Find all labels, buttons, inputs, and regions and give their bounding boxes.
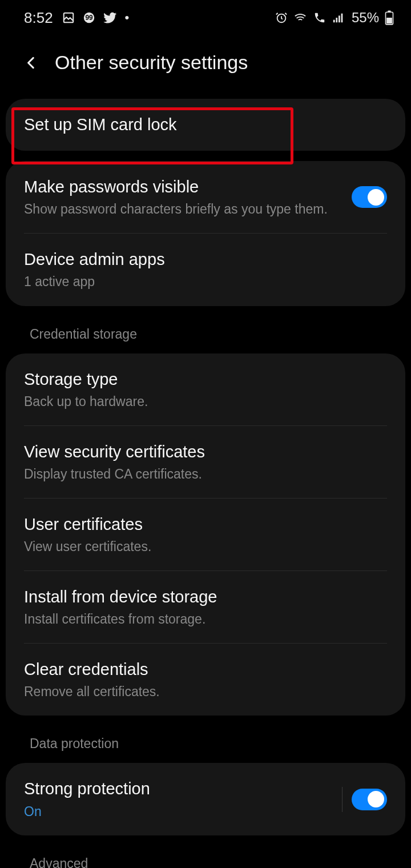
wifi-icon (293, 11, 307, 24)
row-title: Set up SIM card lock (24, 114, 387, 136)
status-time: 8:52 (24, 9, 53, 27)
row-subtitle: Install certificates from storage. (24, 610, 387, 628)
row-storage-type[interactable]: Storage type Back up to hardware. (6, 353, 405, 425)
row-subtitle: 1 active app (24, 273, 387, 291)
row-subtitle: On (24, 803, 333, 821)
card-passwords-admin: Make passwords visible Show password cha… (6, 161, 405, 306)
svg-rect-4 (333, 20, 335, 23)
row-clear-credentials[interactable]: Clear credentials Remove all certificate… (6, 644, 405, 716)
battery-icon (385, 10, 394, 25)
toggle-strong-protection[interactable] (352, 789, 387, 810)
row-title: Strong protection (24, 778, 333, 800)
alarm-icon (275, 11, 288, 24)
row-subtitle: Remove all certificates. (24, 683, 387, 701)
row-user-certificates[interactable]: User certificates View user certificates… (6, 499, 405, 570)
row-view-security-certificates[interactable]: View security certificates Display trust… (6, 426, 405, 498)
row-sim-card-lock[interactable]: Set up SIM card lock (6, 99, 405, 151)
row-title: Device admin apps (24, 248, 387, 271)
section-header-data-protection: Data protection (6, 726, 405, 763)
row-make-passwords-visible[interactable]: Make passwords visible Show password cha… (6, 161, 405, 233)
divider-vertical (342, 787, 342, 812)
twitter-icon (103, 11, 117, 25)
svg-rect-6 (339, 15, 340, 22)
page-header: Other security settings (0, 35, 411, 85)
row-subtitle: Back up to hardware. (24, 393, 387, 411)
page-title: Other security settings (55, 51, 248, 74)
gallery-icon (62, 11, 75, 24)
svg-rect-10 (386, 18, 392, 23)
row-subtitle: Display trusted CA certificates. (24, 465, 387, 483)
card-sim: Set up SIM card lock (6, 99, 405, 151)
row-title: User certificates (24, 513, 387, 536)
svg-text:99: 99 (85, 14, 93, 22)
svg-rect-7 (341, 14, 343, 23)
back-icon[interactable] (24, 54, 39, 71)
row-title: Storage type (24, 368, 387, 391)
wifi-calling-icon (313, 11, 327, 24)
row-title: Install from device storage (24, 586, 387, 608)
section-header-advanced: Advanced (6, 846, 405, 868)
signal-icon (332, 11, 345, 24)
section-header-credential-storage: Credential storage (6, 316, 405, 353)
quote-icon: 99 (83, 11, 95, 24)
dot-icon: • (125, 11, 130, 24)
row-title: Clear credentials (24, 658, 387, 681)
status-bar: 8:52 99 • 55% (0, 0, 411, 35)
row-subtitle: View user certificates. (24, 538, 387, 556)
row-title: View security certificates (24, 441, 387, 463)
row-strong-protection[interactable]: Strong protection On (6, 763, 405, 835)
card-data-protection: Strong protection On (6, 763, 405, 835)
battery-percentage: 55% (352, 10, 379, 26)
row-install-from-device-storage[interactable]: Install from device storage Install cert… (6, 571, 405, 643)
row-title: Make passwords visible (24, 176, 342, 198)
toggle-passwords-visible[interactable] (352, 186, 387, 208)
svg-rect-5 (336, 18, 337, 22)
card-credential-storage: Storage type Back up to hardware. View s… (6, 353, 405, 716)
svg-rect-9 (388, 11, 390, 13)
row-subtitle: Show password characters briefly as you … (24, 200, 342, 218)
row-device-admin-apps[interactable]: Device admin apps 1 active app (6, 234, 405, 306)
